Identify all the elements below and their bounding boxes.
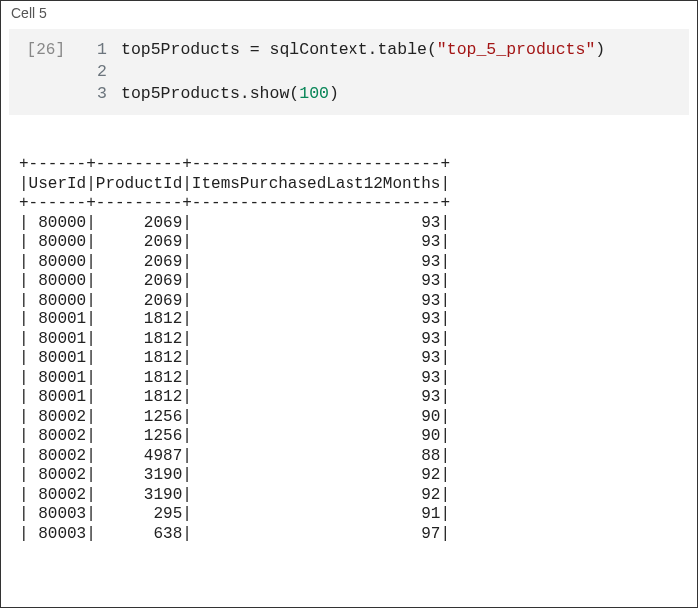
code-text[interactable]: top5Products = sqlContext.table("top_5_p… [121,39,689,105]
code-token: top5Products = sqlContext.table( [121,40,437,59]
line-number: 1 [73,39,107,61]
line-number: 3 [73,83,107,105]
output-table: +------+---------+----------------------… [19,155,689,544]
line-number: 2 [73,61,107,83]
code-token-string: "top_5_products" [437,40,595,59]
notebook-cell-container: Cell 5 [26] 1 2 3 top5Products = sqlCont… [0,0,698,608]
code-editor[interactable]: [26] 1 2 3 top5Products = sqlContext.tab… [9,29,689,115]
cell-title: Cell 5 [1,1,697,23]
line-number-gutter: 1 2 3 [73,39,121,105]
code-token: ) [595,40,605,59]
execution-count: [26] [9,39,73,105]
code-token: ) [329,84,339,103]
code-token-number: 100 [299,84,329,103]
cell-output: +------+---------+----------------------… [1,115,697,607]
code-token: top5Products.show( [121,84,299,103]
